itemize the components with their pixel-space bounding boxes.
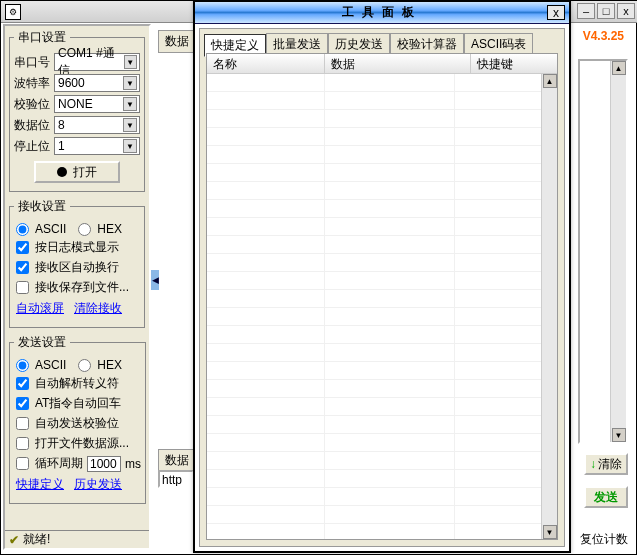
list-row[interactable] bbox=[207, 200, 541, 218]
quick-define-list: 名称 数据 快捷键 ▲ ▼ bbox=[206, 53, 558, 540]
at-cr-label: AT指令自动回车 bbox=[35, 395, 121, 412]
save-file-checkbox[interactable] bbox=[16, 281, 29, 294]
escape-checkbox[interactable] bbox=[16, 377, 29, 390]
serial-legend: 串口设置 bbox=[14, 29, 70, 46]
parity-select[interactable]: NONE▼ bbox=[54, 95, 140, 113]
splitter-handle[interactable]: ◀ bbox=[151, 270, 159, 290]
recv-ascii-label: ASCII bbox=[35, 222, 66, 236]
send-ascii-radio[interactable] bbox=[16, 359, 29, 372]
tool-panel-close-button[interactable]: x bbox=[547, 5, 565, 20]
status-dot-icon bbox=[57, 167, 67, 177]
recv-ascii-radio[interactable] bbox=[16, 223, 29, 236]
append-chk-label: 自动发送校验位 bbox=[35, 415, 119, 432]
send-legend: 发送设置 bbox=[14, 334, 70, 351]
scroll-up-icon[interactable]: ▲ bbox=[612, 61, 626, 75]
cycle-unit-label: ms bbox=[125, 457, 141, 471]
recv-legend: 接收设置 bbox=[14, 198, 70, 215]
send-hex-radio[interactable] bbox=[78, 359, 91, 372]
list-row[interactable] bbox=[207, 344, 541, 362]
mid-tab-data-top[interactable]: 数据 bbox=[158, 30, 196, 53]
dropdown-icon[interactable]: ▼ bbox=[123, 139, 137, 153]
log-mode-label: 按日志模式显示 bbox=[35, 239, 119, 256]
open-port-button[interactable]: 打开 bbox=[34, 161, 120, 183]
file-src-label: 打开文件数据源... bbox=[35, 435, 129, 452]
col-name[interactable]: 名称 bbox=[207, 54, 325, 73]
list-row[interactable] bbox=[207, 362, 541, 380]
list-row[interactable] bbox=[207, 272, 541, 290]
cycle-period-input[interactable] bbox=[87, 456, 121, 472]
list-row[interactable] bbox=[207, 164, 541, 182]
port-select[interactable]: COM1 #通信▼ bbox=[54, 53, 140, 71]
databits-label: 数据位 bbox=[14, 117, 54, 134]
scroll-down-icon[interactable]: ▼ bbox=[612, 428, 626, 442]
maximize-button[interactable]: □ bbox=[597, 3, 615, 19]
mid-tab-data-bottom[interactable]: 数据 bbox=[158, 449, 196, 472]
scrollbar-vertical[interactable]: ▲ ▼ bbox=[610, 61, 626, 442]
status-text: 就绪! bbox=[23, 531, 50, 548]
list-row[interactable] bbox=[207, 524, 541, 539]
list-row[interactable] bbox=[207, 146, 541, 164]
list-scrollbar[interactable]: ▲ ▼ bbox=[541, 74, 557, 539]
list-row[interactable] bbox=[207, 218, 541, 236]
list-row[interactable] bbox=[207, 470, 541, 488]
append-chk-checkbox[interactable] bbox=[16, 417, 29, 430]
file-src-checkbox[interactable] bbox=[16, 437, 29, 450]
list-row[interactable] bbox=[207, 488, 541, 506]
recv-hex-radio[interactable] bbox=[78, 223, 91, 236]
cycle-label: 循环周期 bbox=[35, 455, 83, 472]
recv-hex-label: HEX bbox=[97, 222, 122, 236]
scroll-up-icon[interactable]: ▲ bbox=[543, 74, 557, 88]
list-row[interactable] bbox=[207, 416, 541, 434]
dropdown-icon[interactable]: ▼ bbox=[124, 55, 137, 69]
stopbits-select[interactable]: 1▼ bbox=[54, 137, 140, 155]
list-row[interactable] bbox=[207, 434, 541, 452]
quick-def-link[interactable]: 快捷定义 bbox=[16, 476, 64, 493]
clear-recv-link[interactable]: 清除接收 bbox=[74, 300, 122, 317]
app-icon: ⚙ bbox=[5, 4, 21, 20]
list-row[interactable] bbox=[207, 380, 541, 398]
left-panel: 串口设置 串口号 COM1 #通信▼ 波特率 9600▼ 校验位 NONE▼ 数… bbox=[3, 24, 151, 550]
tool-panel-titlebar[interactable]: 工具面板 x bbox=[195, 2, 569, 24]
dropdown-icon[interactable]: ▼ bbox=[123, 76, 137, 90]
close-button[interactable]: x bbox=[617, 3, 635, 19]
dropdown-icon[interactable]: ▼ bbox=[123, 118, 137, 132]
list-row[interactable] bbox=[207, 254, 541, 272]
tool-tabstrip: 快捷定义 批量发送 历史发送 校验计算器 ASCII码表 bbox=[200, 29, 564, 56]
hist-send-link[interactable]: 历史发送 bbox=[74, 476, 122, 493]
list-row[interactable] bbox=[207, 128, 541, 146]
send-input[interactable]: http bbox=[158, 470, 194, 488]
recv-textarea[interactable]: ▲ ▼ bbox=[578, 59, 628, 444]
send-hex-label: HEX bbox=[97, 358, 122, 372]
list-row[interactable] bbox=[207, 452, 541, 470]
tool-panel-window: 工具面板 x 快捷定义 批量发送 历史发送 校验计算器 ASCII码表 名称 数… bbox=[193, 0, 571, 553]
save-file-label: 接收保存到文件... bbox=[35, 279, 129, 296]
at-cr-checkbox[interactable] bbox=[16, 397, 29, 410]
list-row[interactable] bbox=[207, 74, 541, 92]
send-ascii-label: ASCII bbox=[35, 358, 66, 372]
list-row[interactable] bbox=[207, 110, 541, 128]
list-row[interactable] bbox=[207, 326, 541, 344]
list-row[interactable] bbox=[207, 236, 541, 254]
cycle-checkbox[interactable] bbox=[16, 457, 29, 470]
list-body[interactable] bbox=[207, 74, 541, 539]
col-hotkey[interactable]: 快捷键 bbox=[471, 54, 557, 73]
baud-select[interactable]: 9600▼ bbox=[54, 74, 140, 92]
scroll-down-icon[interactable]: ▼ bbox=[543, 525, 557, 539]
log-mode-checkbox[interactable] bbox=[16, 241, 29, 254]
list-row[interactable] bbox=[207, 290, 541, 308]
dropdown-icon[interactable]: ▼ bbox=[123, 97, 137, 111]
clear-button[interactable]: 清除 bbox=[584, 453, 628, 475]
list-row[interactable] bbox=[207, 182, 541, 200]
list-row[interactable] bbox=[207, 92, 541, 110]
list-row[interactable] bbox=[207, 506, 541, 524]
tool-panel-body: 快捷定义 批量发送 历史发送 校验计算器 ASCII码表 名称 数据 快捷键 ▲… bbox=[199, 28, 565, 547]
databits-select[interactable]: 8▼ bbox=[54, 116, 140, 134]
auto-scroll-link[interactable]: 自动滚屏 bbox=[16, 300, 64, 317]
minimize-button[interactable]: – bbox=[577, 3, 595, 19]
reset-count-label[interactable]: 复位计数 bbox=[580, 531, 628, 548]
col-data[interactable]: 数据 bbox=[325, 54, 471, 73]
list-row[interactable] bbox=[207, 398, 541, 416]
list-row[interactable] bbox=[207, 308, 541, 326]
auto-wrap-checkbox[interactable] bbox=[16, 261, 29, 274]
send-button[interactable]: 发送 bbox=[584, 486, 628, 508]
